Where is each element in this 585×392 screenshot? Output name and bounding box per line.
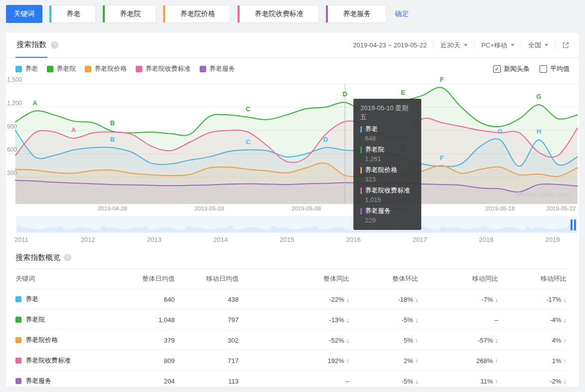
checkbox-checked[interactable]: ✓新闻头条 [493,64,530,73]
trend-chart[interactable]: 3006009001,2001,500ABCDEFGBCDEFGHA2019-0… [6,75,579,213]
timeline-handle[interactable] [571,219,576,230]
timeline-year-label: 2018 [479,236,494,243]
divider [474,42,475,49]
column-header: 移动同比 [418,274,498,283]
checkbox-unchecked[interactable]: 平均值 [540,64,570,73]
column-header: 整体环比 [349,274,418,283]
legend-swatch [136,66,142,72]
arrow-up-icon: ↑ [564,337,567,344]
tooltip-keyword-label: 养老 [365,125,378,134]
percent-cell: -57%↓ [418,337,498,344]
legend-item[interactable]: 养老院 [47,64,76,73]
confirm-link[interactable]: 确定 [395,9,409,18]
tooltip-item: 养老院收费标准1,015 [360,186,414,203]
keyword-chip[interactable]: 养老院收费标准 [237,5,319,23]
keyword-chip[interactable]: 养老院价格 [163,5,231,23]
chevron-down-icon [464,44,468,46]
overall-avg-cell: 204 [115,378,175,385]
checkbox-label: 新闻头条 [504,64,530,73]
svg-text:F: F [440,154,444,162]
timeline-year-label: 2017 [413,236,427,243]
overview-table: 关键词整体日均值移动日均值整体同比整体环比移动同比移动环比 养老640438-2… [6,268,579,392]
svg-text:H: H [537,128,541,135]
checkbox-box[interactable] [540,65,547,73]
legend-row: 养老养老院养老院价格养老院收费标准养老服务 ✓新闻头条平均值 [6,58,579,73]
percent-cell: 5%↑ [349,337,418,344]
legend-item[interactable]: 养老服务 [200,64,235,73]
divider [521,42,522,49]
percent-value: – [346,378,349,385]
checkbox-box[interactable]: ✓ [493,65,501,73]
search-index-panel: 搜索指数 ? 2019-04-23 ~ 2019-05-22 近30天 PC+移… [6,33,579,387]
baidu-index-page: { "colors": {"accent": "#2b7bf3", "up": … [0,0,585,392]
timeline-year-label: 2014 [214,236,228,243]
help-icon[interactable]: ? [51,41,58,49]
legend-item[interactable]: 养老院价格 [85,64,127,73]
tooltip-item: 养老院1,261 [360,145,414,163]
tab-search-index[interactable]: 搜索指数 [15,33,47,58]
legend-label: 养老服务 [209,64,235,73]
legend-label: 养老 [25,64,38,73]
percent-value: 2% [404,357,413,365]
svg-text:G: G [498,128,503,135]
svg-text:2019-05-03: 2019-05-03 [195,205,224,211]
legend-item[interactable]: 养老 [15,64,38,73]
keyword-button[interactable]: 关键词 [6,5,42,23]
timeline: 201120122013201420152016201720182019 [16,216,578,245]
svg-text:D: D [342,90,347,98]
percent-value: -18% [398,296,413,303]
range-select[interactable]: 近30天 [440,41,468,50]
tooltip-keyword: 养老院 [360,145,414,154]
tooltip-keyword-label: 养老院收费标准 [365,186,410,195]
timeline-band[interactable] [16,216,578,233]
keyword-label: 养老院收费标准 [25,356,71,365]
keyword-chip[interactable]: 养老服务 [325,5,386,23]
header-controls: 2019-04-23 ~ 2019-05-22 近30天 PC+移动 全国 [353,41,570,50]
percent-cell: -2%↓ [498,378,567,385]
percent-value: -7% [481,296,493,303]
percent-cell: -17%↓ [498,296,567,303]
percent-cell: -4%↓ [498,316,567,324]
percent-value: 4% [552,337,562,344]
keyword-chip-label: 养老服务 [343,9,371,18]
tooltip-keyword-label: 养老院价格 [365,166,397,175]
tooltip-value: 229 [365,216,414,224]
date-range: 2019-04-23 ~ 2019-05-22 [353,41,427,49]
region-select[interactable]: 全国 [528,41,549,50]
overview-header: 搜索指数概览 ? [6,245,579,262]
column-header: 整体日均值 [115,274,175,283]
arrow-down-icon: ↓ [564,316,567,324]
keyword-color-stripe [163,5,165,22]
legend-swatch [47,66,53,72]
external-link-icon[interactable] [562,41,570,49]
legend-label: 养老院价格 [94,64,127,73]
legend-label: 养老院 [56,64,76,73]
keyword-toolbar: 关键词 养老养老院养老院价格养老院收费标准养老服务 确定 [6,5,409,23]
percent-value: -52% [329,337,344,344]
keyword-chip[interactable]: 养老院 [102,5,156,23]
chevron-down-icon [545,44,549,46]
keyword-color-stripe [103,5,105,22]
percent-value: -13% [329,316,344,324]
keyword-chip-label: 养老 [66,9,80,18]
svg-text:G: G [536,93,541,100]
tooltip-keyword-label: 养老服务 [365,206,391,215]
keyword-chip[interactable]: 养老 [49,5,96,23]
keyword-label: 养老 [25,295,38,304]
percent-cell: -52%↓ [239,337,349,344]
percent-value: -57% [478,337,493,344]
device-select[interactable]: PC+移动 [481,41,515,50]
keyword-cell: 养老院 [15,315,115,324]
arrow-down-icon: ↓ [564,378,567,385]
svg-text:B: B [110,136,114,143]
tooltip-color-bar [360,208,362,214]
chevron-down-icon [511,44,515,46]
help-icon[interactable]: ? [64,254,71,261]
mobile-avg-cell: 797 [175,316,239,324]
tooltip-color-bar [360,147,362,153]
legend-checkboxes: ✓新闻头条平均值 [493,64,570,73]
table-row: 养老服务204113–-5%↓11%↑-2%↓ [15,371,567,392]
percent-cell: – [418,316,498,324]
legend-item[interactable]: 养老院收费标准 [136,64,191,73]
keyword-color-stripe [326,5,328,22]
